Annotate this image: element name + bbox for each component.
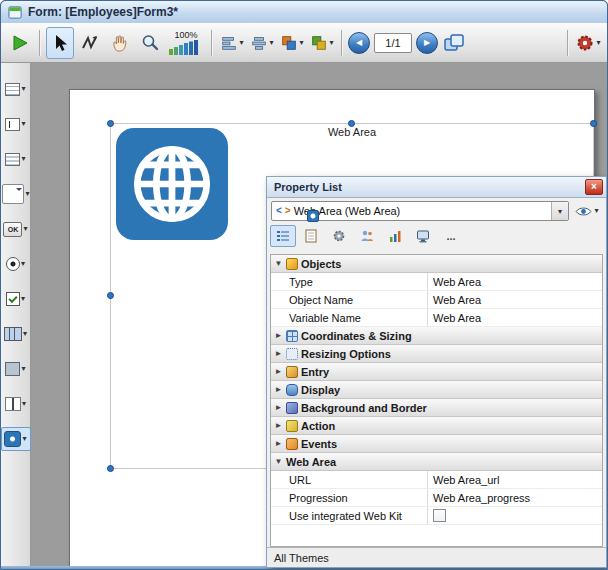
color-menu-button[interactable]: ▾ [308, 27, 336, 59]
users-icon [360, 229, 374, 243]
title-bar[interactable]: Form: [Employees]Form3* [1, 1, 607, 24]
combo-box-tool-icon [2, 184, 25, 204]
themes-filter-label: All Themes [274, 552, 329, 564]
selection-handle[interactable] [107, 120, 114, 127]
section-label: Action [301, 420, 335, 432]
section-background-border[interactable]: ► Background and Border [271, 399, 602, 417]
view-filter-button[interactable]: ▾ [572, 201, 602, 221]
combo-box-tool[interactable]: ▾ [1, 182, 31, 206]
next-page-button[interactable]: ▶ [416, 32, 438, 54]
web-area-tool[interactable]: ▾ [1, 427, 31, 451]
object-type-icon: < [276, 206, 282, 216]
tab-chart[interactable] [382, 225, 408, 247]
align-menu-button[interactable]: ▾ [218, 27, 246, 59]
selection-handle[interactable] [590, 120, 597, 127]
section-events[interactable]: ► Events [271, 435, 602, 453]
button-tool[interactable]: OK▾ [1, 217, 31, 241]
property-label: URL [271, 471, 427, 488]
page-indicator: 1/1 [374, 33, 412, 53]
entry-section-icon [286, 366, 298, 378]
property-list-footer[interactable]: All Themes [267, 547, 606, 567]
input-tool[interactable]: ▾ [1, 112, 31, 136]
selection-handle[interactable] [107, 465, 114, 472]
section-action[interactable]: ► Action [271, 417, 602, 435]
disclosure-triangle-icon: ► [274, 404, 283, 412]
checkbox-tool[interactable]: ▾ [1, 287, 31, 311]
settings-menu-button[interactable]: ▾ [574, 27, 602, 59]
property-value[interactable]: Web Area [427, 309, 602, 326]
previous-page-button[interactable]: ◀ [348, 32, 370, 54]
play-icon [10, 33, 30, 53]
entry-order-tool-button[interactable] [76, 27, 104, 59]
disclosure-triangle-icon: ► [274, 386, 283, 394]
section-resizing-options[interactable]: ► Resizing Options [271, 345, 602, 363]
section-web-area[interactable]: ▼ Web Area [271, 453, 602, 471]
level-menu-button[interactable]: ▾ [278, 27, 306, 59]
section-label: Entry [301, 366, 329, 378]
zoom-tool-button[interactable] [136, 27, 164, 59]
select-tool-button[interactable] [46, 27, 74, 59]
property-label: Object Name [271, 291, 427, 308]
property-label: Use integrated Web Kit [271, 507, 427, 524]
ok-button-tool-icon: OK [3, 222, 22, 237]
selection-handle[interactable] [107, 292, 114, 299]
property-value[interactable]: Web Area_url [427, 471, 602, 488]
disclosure-triangle-icon: ▼ [274, 458, 283, 466]
page-icon [304, 229, 318, 243]
list-box-tool[interactable]: ▾ [1, 147, 31, 171]
text-tool[interactable]: ▾ [1, 77, 31, 101]
form-icon [8, 5, 23, 20]
splitter-tool[interactable]: ▾ [1, 392, 31, 416]
radio-button-tool-icon [6, 257, 20, 271]
zoom-level-control[interactable]: 100% [166, 26, 206, 60]
rectangle-tool[interactable]: ▾ [1, 357, 31, 381]
hand-icon [110, 33, 130, 53]
tab-settings[interactable] [326, 225, 352, 247]
web-area-tool-icon [4, 431, 21, 447]
disclosure-triangle-icon: ► [274, 440, 283, 448]
distribute-menu-button[interactable]: ▾ [248, 27, 276, 59]
close-button[interactable]: × [585, 179, 603, 195]
tab-notes[interactable] [298, 225, 324, 247]
events-section-icon [286, 438, 298, 450]
object-selector-value: Web Area (Web Area) [294, 205, 548, 217]
web-area-globe-icon [116, 128, 228, 240]
property-value[interactable]: Web Area_progress [427, 489, 602, 506]
use-integrated-web-kit-checkbox[interactable] [433, 509, 446, 522]
button-grid-tool[interactable]: ▾ [1, 322, 31, 346]
section-display[interactable]: ► Display [271, 381, 602, 399]
run-button[interactable] [6, 27, 34, 59]
section-entry[interactable]: ► Entry [271, 363, 602, 381]
pages-icon [443, 33, 465, 53]
dropdown-arrow-icon: ▾ [594, 207, 598, 215]
tab-monitor[interactable] [410, 225, 436, 247]
combo-dropdown-icon[interactable]: ▾ [551, 202, 568, 220]
toolbar-separator [39, 30, 41, 56]
property-value[interactable]: Web Area [427, 291, 602, 308]
section-objects[interactable]: ▼ Objects [271, 255, 602, 273]
property-value[interactable]: Web Area [427, 273, 602, 290]
display-section-icon [286, 384, 298, 396]
property-list-title-bar[interactable]: Property List × [267, 177, 606, 198]
radio-button-tool[interactable]: ▾ [1, 252, 31, 276]
color-swatches-icon [310, 34, 328, 52]
gear-icon [575, 33, 595, 53]
magnifier-icon [140, 33, 160, 53]
tab-more[interactable]: ... [438, 225, 464, 247]
section-label: Events [301, 438, 337, 450]
dropdown-arrow-icon: ▾ [329, 39, 333, 47]
property-row-variable-name: Variable Name Web Area [271, 309, 602, 327]
tab-property-list[interactable] [270, 225, 296, 247]
dropdown-arrow-icon: ▾ [25, 190, 29, 198]
form-pages-button[interactable] [440, 27, 468, 59]
section-label: Web Area [286, 456, 336, 468]
main-toolbar: 100% ▾ ▾ ▾ ▾ ◀ 1/1 ▶ [1, 23, 607, 63]
back-arrow-icon: ◀ [356, 38, 362, 47]
selection-handle[interactable] [348, 120, 355, 127]
disclosure-triangle-icon: ► [274, 350, 283, 358]
zoom-bars-icon [169, 40, 203, 55]
section-coordinates-sizing[interactable]: ► Coordinates & Sizing [271, 327, 602, 345]
window-title: Form: [Employees]Form3* [28, 5, 178, 19]
tab-users[interactable] [354, 225, 380, 247]
hand-tool-button[interactable] [106, 27, 134, 59]
